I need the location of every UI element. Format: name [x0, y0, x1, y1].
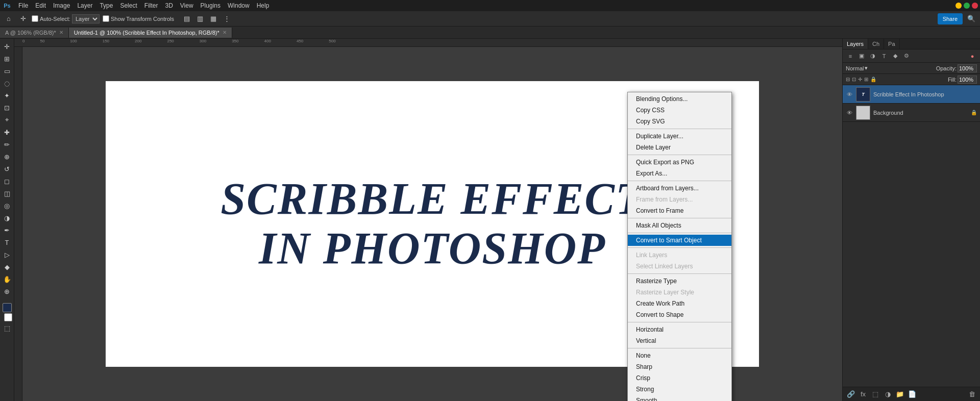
select-rect-tool[interactable]: ▭ — [2, 65, 13, 77]
layer-filter-toggle[interactable]: ● — [968, 52, 977, 61]
lasso-tool[interactable]: ◌ — [2, 78, 13, 89]
minimize-button[interactable] — [955, 3, 962, 9]
tab-close-a[interactable]: ✕ — [59, 30, 63, 35]
opacity-input[interactable] — [958, 64, 977, 72]
blend-mode-dropdown[interactable]: ▾ — [865, 65, 868, 71]
menu-layer[interactable]: Layer — [74, 1, 95, 10]
layer-adj-filter[interactable]: ◑ — [868, 52, 877, 61]
panel-tab-channels[interactable]: Ch — [868, 39, 884, 49]
type-tool[interactable]: T — [2, 237, 13, 248]
tab-close-untitled[interactable]: ✕ — [223, 30, 227, 35]
history-brush-tool[interactable]: ↺ — [2, 163, 13, 174]
add-link-icon[interactable]: 🔗 — [846, 389, 856, 399]
layer-smart-filter[interactable]: ⚙ — [902, 52, 911, 61]
artboard-tool[interactable]: ⊞ — [2, 53, 13, 64]
add-mask-icon[interactable]: ⬚ — [870, 389, 880, 399]
move-tool[interactable]: ✛ — [2, 41, 13, 52]
hand-tool[interactable]: ✋ — [2, 273, 13, 285]
background-color[interactable] — [4, 313, 12, 321]
quick-mask-tool[interactable]: ⬚ — [2, 322, 13, 334]
eyedropper-tool[interactable]: ⌖ — [2, 114, 13, 126]
menu-window[interactable]: Window — [225, 1, 253, 10]
ctx-item-mask-all-objects[interactable]: Mask All Objects — [628, 220, 731, 231]
menu-3d[interactable]: 3D — [162, 1, 176, 10]
ctx-item-none[interactable]: None — [628, 350, 731, 361]
menu-type[interactable]: Type — [96, 1, 116, 10]
brush-tool[interactable]: ✏ — [2, 139, 13, 150]
ctx-item-export-as[interactable]: Export As... — [628, 168, 731, 179]
auto-select-input[interactable] — [32, 15, 38, 22]
fill-input[interactable] — [958, 76, 977, 84]
ctx-item-copy-css[interactable]: Copy CSS — [628, 105, 731, 116]
pen-tool[interactable]: ✒ — [2, 224, 13, 236]
ctx-item-delete-layer[interactable]: Delete Layer — [628, 142, 731, 153]
menu-file[interactable]: File — [15, 1, 31, 10]
lock-transparent-icon[interactable]: ⊟ — [846, 77, 850, 82]
layer-type-filter[interactable]: T — [879, 52, 889, 61]
transform-controls-checkbox[interactable]: Show Transform Controls — [103, 15, 174, 22]
eraser-tool[interactable]: ◻ — [2, 176, 13, 187]
lock-position-icon[interactable]: ✛ — [858, 77, 862, 82]
layer-item-background[interactable]: 👁 Background 🔒 — [843, 104, 980, 122]
home-icon[interactable]: ⌂ — [3, 13, 14, 24]
gradient-tool[interactable]: ◫ — [2, 188, 13, 199]
share-button[interactable]: Share — [938, 13, 963, 24]
layer-kind-filter[interactable]: ≡ — [846, 52, 855, 61]
lock-artboard-icon[interactable]: ⊞ — [864, 77, 868, 82]
layer-select-dropdown[interactable]: Layer — [72, 14, 100, 23]
tab-file-a[interactable]: A @ 106% (RGB/8)* ✕ — [0, 28, 69, 38]
menu-plugins[interactable]: Plugins — [198, 1, 224, 10]
panel-tab-paths[interactable]: Pa — [884, 39, 899, 49]
ctx-item-sharp[interactable]: Sharp — [628, 361, 731, 372]
ctx-item-horizontal[interactable]: Horizontal — [628, 324, 731, 335]
delete-layer-icon[interactable]: 🗑 — [967, 389, 977, 399]
move-tool-options[interactable]: ✛ — [17, 13, 29, 24]
ctx-item-quick-export-png[interactable]: Quick Export as PNG — [628, 157, 731, 168]
maximize-button[interactable] — [964, 3, 970, 9]
lock-all-icon[interactable]: 🔒 — [870, 77, 876, 82]
ctx-item-convert-smart-object[interactable]: Convert to Smart Object — [628, 235, 731, 246]
crop-tool[interactable]: ⊡ — [2, 102, 13, 113]
zoom-tool[interactable]: ⊕ — [2, 286, 13, 297]
panel-tab-layers[interactable]: Layers — [843, 39, 868, 49]
menu-select[interactable]: Select — [117, 1, 140, 10]
group-layers-icon[interactable]: 📁 — [895, 389, 905, 399]
layer-pixel-filter[interactable]: ▣ — [857, 52, 866, 61]
align-right-icon[interactable]: ▦ — [208, 13, 219, 24]
ctx-item-copy-svg[interactable]: Copy SVG — [628, 116, 731, 127]
transform-controls-input[interactable] — [103, 15, 109, 22]
close-button[interactable] — [972, 3, 978, 9]
add-fx-icon[interactable]: fx — [858, 389, 868, 399]
blur-tool[interactable]: ◎ — [2, 200, 13, 211]
path-select-tool[interactable]: ▷ — [2, 249, 13, 260]
align-left-icon[interactable]: ▤ — [181, 13, 192, 24]
layer-item-text[interactable]: 👁 T Scribble Effect In Photoshop — [843, 85, 980, 104]
menu-filter[interactable]: Filter — [141, 1, 161, 10]
distribute-icon[interactable]: ⋮ — [221, 13, 232, 24]
shape-tool[interactable]: ◆ — [2, 261, 13, 272]
adjustment-layer-icon[interactable]: ◑ — [883, 389, 893, 399]
layer-eye-icon-text[interactable]: 👁 — [846, 91, 853, 98]
lock-paint-icon[interactable]: ⊡ — [852, 77, 856, 82]
new-layer-icon[interactable]: 📄 — [907, 389, 917, 399]
ctx-item-duplicate-layer[interactable]: Duplicate Layer... — [628, 131, 731, 142]
healing-tool[interactable]: ✚ — [2, 127, 13, 138]
menu-edit[interactable]: Edit — [32, 1, 49, 10]
auto-select-checkbox[interactable]: Auto-Select: Layer — [32, 14, 100, 23]
menu-help[interactable]: Help — [254, 1, 273, 10]
ctx-item-convert-to-frame[interactable]: Convert to Frame — [628, 205, 731, 216]
ctx-item-rasterize-type[interactable]: Rasterize Type — [628, 275, 731, 287]
menu-view[interactable]: View — [177, 1, 197, 10]
dodge-tool[interactable]: ◑ — [2, 212, 13, 223]
ctx-item-vertical[interactable]: Vertical — [628, 335, 731, 346]
menu-image[interactable]: Image — [50, 1, 73, 10]
clone-tool[interactable]: ⊕ — [2, 151, 13, 162]
ctx-item-strong[interactable]: Strong — [628, 384, 731, 395]
tab-file-untitled[interactable]: Untitled-1 @ 100% (Scribble Effect In Ph… — [69, 28, 232, 38]
ctx-item-smooth[interactable]: Smooth — [628, 395, 731, 401]
magic-wand-tool[interactable]: ✦ — [2, 90, 13, 101]
align-center-icon[interactable]: ▥ — [194, 13, 206, 24]
ctx-item-create-work-path[interactable]: Create Work Path — [628, 298, 731, 309]
ctx-item-artboard-from-layers[interactable]: Artboard from Layers... — [628, 183, 731, 194]
search-icon[interactable]: 🔍 — [966, 13, 977, 24]
